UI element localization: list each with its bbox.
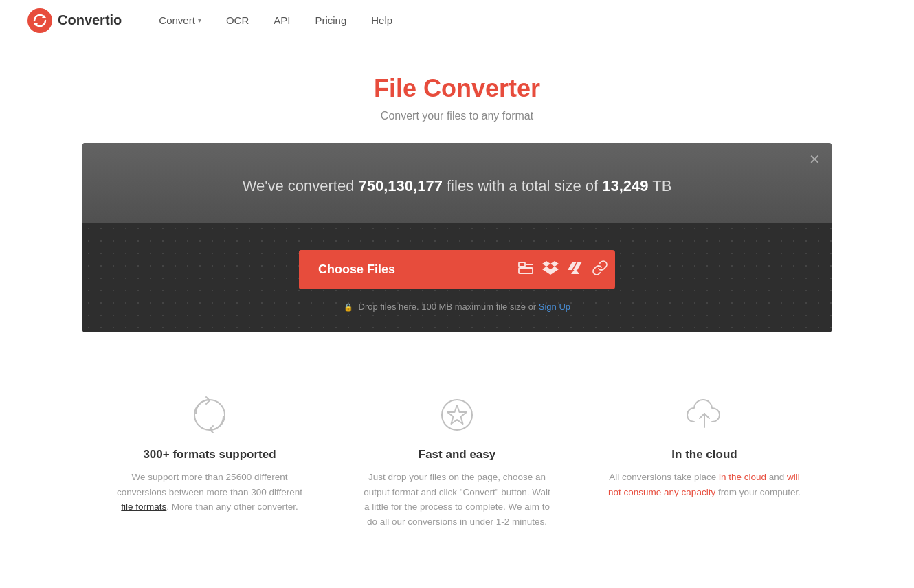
nav-link-ocr[interactable]: OCR <box>216 10 258 30</box>
nav-item-api[interactable]: API <box>264 10 300 30</box>
logo-icon <box>27 8 52 33</box>
svg-point-0 <box>27 8 52 33</box>
file-manager-icon[interactable] <box>517 260 534 280</box>
upload-button-row: Choose Files <box>299 250 615 289</box>
logo-text: Convertio <box>58 12 122 28</box>
highlight-cloud: in the cloud <box>719 472 766 482</box>
feature-formats-title: 300+ formats supported <box>113 448 306 462</box>
svg-point-7 <box>442 400 472 430</box>
choose-files-button[interactable]: Choose Files <box>299 250 517 289</box>
feature-fast-title: Fast and easy <box>361 448 553 462</box>
stats-text: We've converted 750,130,177 files with a… <box>96 177 818 195</box>
feature-cloud-desc: All conversions take place in the cloud … <box>608 470 801 499</box>
chevron-down-icon: ▾ <box>198 16 201 24</box>
features-section: 300+ formats supported We support more t… <box>79 367 835 570</box>
converter-box: ✕ We've converted 750,130,177 files with… <box>82 143 832 332</box>
refresh-icon <box>189 394 230 436</box>
page-title: File Converter <box>14 74 900 103</box>
nav-item-ocr[interactable]: OCR <box>216 10 258 30</box>
url-link-icon[interactable] <box>592 260 608 280</box>
upload-source-icons <box>517 260 615 280</box>
nav-link-api[interactable]: API <box>264 10 300 30</box>
nav-links: Convert ▾ OCR API Pricing Help <box>149 10 402 30</box>
hero-subtitle: Convert your files to any format <box>14 110 900 122</box>
feature-formats: 300+ formats supported We support more t… <box>113 394 306 529</box>
hero-section: File Converter Convert your files to any… <box>0 41 914 143</box>
drop-hint: 🔒 Drop files here. 100 MB maximum file s… <box>96 302 818 312</box>
highlight-capacity: will not consume any capacity <box>608 472 800 497</box>
feature-fast-desc: Just drop your files on the page, choose… <box>361 470 553 529</box>
nav-link-convert[interactable]: Convert ▾ <box>149 10 211 30</box>
nav-item-convert[interactable]: Convert ▾ <box>149 10 211 30</box>
navbar: Convertio Convert ▾ OCR API Pricing He <box>0 0 914 41</box>
dropbox-icon[interactable] <box>542 260 559 280</box>
feature-cloud: In the cloud All conversions take place … <box>608 394 801 529</box>
nav-item-pricing[interactable]: Pricing <box>305 10 356 30</box>
logo-link[interactable]: Convertio <box>27 8 122 33</box>
cloud-upload-icon <box>684 394 725 436</box>
lock-icon: 🔒 <box>344 303 353 311</box>
nav-link-pricing[interactable]: Pricing <box>305 10 356 30</box>
close-button[interactable]: ✕ <box>809 152 821 166</box>
feature-cloud-title: In the cloud <box>608 448 801 462</box>
feature-formats-desc: We support more than 25600 different con… <box>113 470 306 514</box>
star-icon <box>436 394 478 436</box>
svg-rect-4 <box>519 268 533 273</box>
nav-link-help[interactable]: Help <box>361 10 402 30</box>
file-formats-link[interactable]: file formats <box>121 501 166 512</box>
svg-rect-3 <box>519 262 525 267</box>
nav-item-help[interactable]: Help <box>361 10 402 30</box>
stats-area: ✕ We've converted 750,130,177 files with… <box>82 143 832 223</box>
feature-fast: Fast and easy Just drop your files on th… <box>361 394 553 529</box>
upload-area: Choose Files <box>82 223 832 332</box>
signup-link[interactable]: Sign Up <box>539 302 570 312</box>
svg-marker-8 <box>447 405 467 424</box>
google-drive-icon[interactable] <box>567 260 583 280</box>
